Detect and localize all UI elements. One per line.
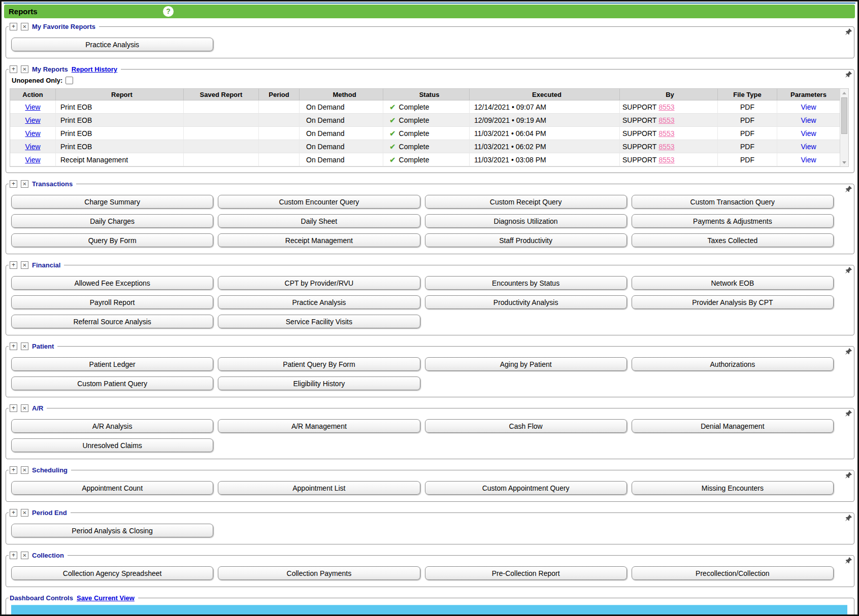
expand-icon[interactable] (10, 65, 17, 73)
expand-icon[interactable] (10, 23, 17, 30)
close-section-icon[interactable] (21, 23, 28, 30)
report-button[interactable]: Collection Agency Spreadsheet (11, 566, 213, 580)
column-header-period[interactable]: Period (259, 89, 300, 100)
by-id-link[interactable]: 8553 (658, 103, 674, 111)
expand-icon[interactable] (10, 552, 17, 559)
action-view-link[interactable]: View (25, 116, 40, 124)
close-section-icon[interactable] (21, 343, 28, 350)
report-button[interactable]: Service Facility Visits (218, 315, 420, 328)
by-id-link[interactable]: 8553 (658, 156, 674, 164)
report-button[interactable]: Precollection/Collection (632, 566, 834, 580)
scrollbar-thumb[interactable] (841, 97, 847, 134)
column-header-status[interactable]: Status (383, 89, 470, 100)
pushpin-icon[interactable] (844, 70, 853, 79)
report-button[interactable]: Denial Management (632, 419, 834, 433)
report-button[interactable]: Provider Analysis By CPT (632, 295, 834, 309)
action-view-link[interactable]: View (25, 143, 40, 151)
report-button[interactable]: Charge Summary (11, 195, 213, 209)
report-button[interactable]: Query By Form (11, 233, 213, 247)
report-button[interactable]: Appointment Count (11, 481, 213, 495)
scrollbar-track[interactable] (840, 134, 848, 158)
report-button[interactable]: Eligibility History (218, 377, 420, 390)
parameters-view-link[interactable]: View (801, 129, 816, 138)
close-section-icon[interactable] (21, 552, 28, 559)
pushpin-icon[interactable] (844, 266, 853, 275)
column-header-by[interactable]: By (620, 89, 718, 100)
report-button[interactable]: Referral Source Analysis (11, 315, 213, 328)
column-header-parameters[interactable]: Parameters (777, 89, 840, 100)
close-section-icon[interactable] (21, 180, 28, 188)
action-view-link[interactable]: View (25, 156, 40, 164)
report-button[interactable]: Collection Payments (218, 566, 420, 580)
pushpin-icon[interactable] (844, 185, 853, 193)
scroll-down-icon[interactable] (840, 158, 848, 166)
action-view-link[interactable]: View (25, 103, 40, 111)
close-section-icon[interactable] (21, 261, 28, 269)
report-button[interactable]: Custom Appointment Query (425, 481, 627, 495)
expand-icon[interactable] (10, 466, 17, 474)
report-button[interactable]: Practice Analysis (218, 295, 420, 309)
parameters-view-link[interactable]: View (801, 143, 816, 151)
report-button[interactable]: Pre-Collection Report (425, 566, 627, 580)
expand-icon[interactable] (10, 509, 17, 517)
report-button[interactable]: Allowed Fee Exceptions (11, 276, 213, 290)
expand-icon[interactable] (10, 261, 17, 269)
column-header-method[interactable]: Method (300, 89, 383, 100)
pushpin-icon[interactable] (844, 556, 853, 565)
close-section-icon[interactable] (21, 404, 28, 412)
save-current-view-link[interactable]: Save Current View (77, 594, 135, 602)
report-button[interactable]: Unresolved Claims (11, 438, 213, 452)
help-icon[interactable]: ? (163, 6, 174, 17)
report-button[interactable]: Period Analysis & Closing (11, 524, 213, 537)
close-section-icon[interactable] (21, 466, 28, 474)
expand-icon[interactable] (10, 343, 17, 350)
report-button[interactable]: Aging by Patient (425, 357, 627, 371)
report-button[interactable]: Daily Sheet (218, 214, 420, 228)
pushpin-icon[interactable] (844, 471, 853, 480)
report-button[interactable]: Network EOB (632, 276, 834, 290)
report-button[interactable]: Encounters by Status (425, 276, 627, 290)
pushpin-icon[interactable] (844, 409, 853, 418)
parameters-view-link[interactable]: View (801, 103, 816, 111)
parameters-view-link[interactable]: View (801, 156, 816, 164)
report-button[interactable]: Taxes Collected (632, 233, 834, 247)
dashboard-controls-bar[interactable] (11, 605, 847, 616)
column-header-file-type[interactable]: File Type (718, 89, 777, 100)
expand-icon[interactable] (10, 180, 17, 188)
report-button[interactable]: A/R Analysis (11, 419, 213, 433)
report-button[interactable]: Receipt Management (218, 233, 420, 247)
parameters-view-link[interactable]: View (801, 116, 816, 124)
expand-icon[interactable] (10, 404, 17, 412)
report-button[interactable]: Productivity Analysis (425, 295, 627, 309)
pushpin-icon[interactable] (844, 27, 853, 36)
unopened-only-checkbox[interactable] (65, 77, 73, 84)
close-section-icon[interactable] (21, 509, 28, 517)
report-button[interactable]: Staff Productivity (425, 233, 627, 247)
report-button[interactable]: Cash Flow (425, 419, 627, 433)
report-button[interactable]: CPT by Provider/RVU (218, 276, 420, 290)
report-button[interactable]: Patient Ledger (11, 357, 213, 371)
pushpin-icon[interactable] (844, 347, 853, 356)
report-button[interactable]: Patient Query By Form (218, 357, 420, 371)
action-view-link[interactable]: View (25, 129, 40, 138)
report-button[interactable]: Authorizations (632, 357, 834, 371)
column-header-report[interactable]: Report (56, 89, 184, 100)
column-header-action[interactable]: Action (10, 89, 56, 100)
report-button[interactable]: Custom Transaction Query (632, 195, 834, 209)
by-id-link[interactable]: 8553 (658, 143, 674, 151)
report-button[interactable]: Payments & Adjustments (632, 214, 834, 228)
report-button[interactable]: A/R Management (218, 419, 420, 433)
report-button[interactable]: Payroll Report (11, 295, 213, 309)
column-header-saved-report[interactable]: Saved Report (184, 89, 259, 100)
report-button[interactable]: Appointment List (218, 481, 420, 495)
close-section-icon[interactable] (21, 65, 28, 73)
report-history-link[interactable]: Report History (72, 65, 117, 73)
table-scrollbar[interactable] (840, 89, 848, 166)
report-button[interactable]: Custom Receipt Query (425, 195, 627, 209)
report-button[interactable]: Missing Encounters (632, 481, 834, 495)
report-button[interactable]: Custom Patient Query (11, 377, 213, 390)
report-button[interactable]: Diagnosis Utilization (425, 214, 627, 228)
by-id-link[interactable]: 8553 (658, 129, 674, 138)
column-header-executed[interactable]: Executed (470, 89, 620, 100)
scroll-up-icon[interactable] (840, 89, 848, 97)
